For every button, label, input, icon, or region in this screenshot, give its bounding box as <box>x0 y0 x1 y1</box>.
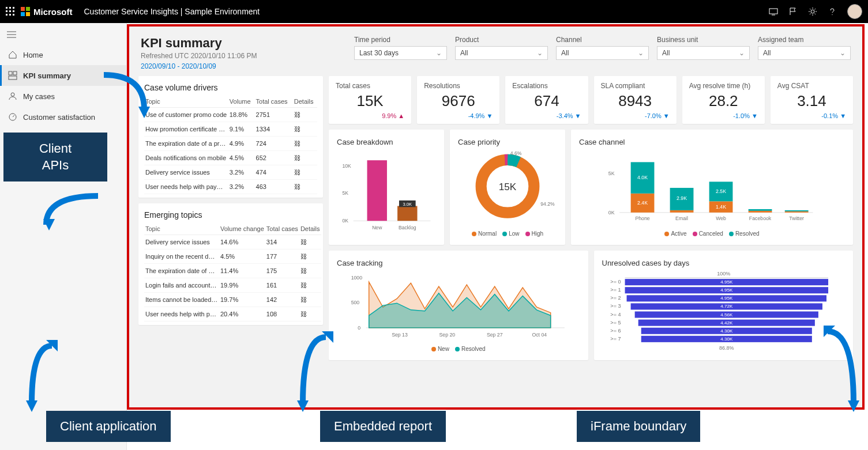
table-row[interactable]: Delivery service issues3.2%474⛓ <box>144 165 317 180</box>
kpi-card[interactable]: Avg CSAT 3.14 -0.1% ▼ <box>771 76 853 124</box>
svg-text:Sep 27: Sep 27 <box>487 332 503 338</box>
svg-text:>= 0: >= 0 <box>610 279 621 285</box>
priority-card: Case priority 15K 94.2% 4.6% NormalLowHi… <box>450 130 565 245</box>
svg-text:0: 0 <box>358 325 360 331</box>
table-row[interactable]: Inquiry on the recent d…4.5%177⛓ <box>144 249 321 264</box>
kpi-card[interactable]: Total cases 15K 9.9% ▲ <box>329 76 411 124</box>
svg-text:Web: Web <box>716 215 726 221</box>
svg-rect-51 <box>749 211 772 213</box>
waffle-icon[interactable] <box>6 7 15 16</box>
table-row[interactable]: Items cannot be loaded…19.7%142⛓ <box>144 293 321 307</box>
kpi-card[interactable]: SLA compliant 8943 -7.0% ▼ <box>594 76 677 124</box>
svg-rect-7 <box>9 14 11 16</box>
kpi-card[interactable]: Escalations 674 -3.4% ▼ <box>505 76 588 124</box>
drivers-table[interactable]: TopicVolumeTotal casesDetailsUse of cust… <box>144 96 317 194</box>
annotation-client-apis: ClientAPIs <box>3 133 107 181</box>
unresolved-chart[interactable]: 100% >= 0>= 1>= 2>= 3>= 4>= 5>= 6>= 7 4.… <box>602 271 846 352</box>
kpi-card[interactable]: Avg resolve time (h) 28.2 -1.0% ▼ <box>682 76 765 124</box>
kpi-delta: -7.0% ▼ <box>601 112 670 119</box>
avatar[interactable] <box>847 4 862 19</box>
sidebar-item-label: KPI summary <box>23 71 71 80</box>
link-icon[interactable]: ⛓ <box>299 249 321 264</box>
chevron-down-icon: ⌄ <box>840 49 846 57</box>
svg-rect-13 <box>769 9 777 14</box>
col-header[interactable]: Topic <box>144 223 219 235</box>
table-row[interactable]: Use of customer promo code18.8%2751⛓ <box>144 108 317 122</box>
table-row[interactable]: User needs help with payment is…3.2%463⛓ <box>144 180 317 194</box>
kpi-delta: -0.1% ▼ <box>777 112 846 119</box>
link-icon[interactable]: ⛓ <box>299 264 321 278</box>
filter-select[interactable]: All⌄ <box>556 46 649 60</box>
svg-text:5K: 5K <box>608 171 615 176</box>
svg-text:100%: 100% <box>717 271 730 277</box>
flag-icon[interactable] <box>788 7 798 16</box>
chevron-down-icon: ⌄ <box>436 49 442 57</box>
sidebar-item-kpi[interactable]: KPI summary <box>0 65 126 86</box>
col-header[interactable]: Total cases <box>265 223 299 235</box>
svg-text:>= 2: >= 2 <box>610 295 621 301</box>
filter-channel: Channel All⌄ <box>556 36 649 70</box>
link-icon[interactable]: ⛓ <box>299 307 321 322</box>
sidebar-item-home[interactable]: Home <box>0 44 126 65</box>
table-row[interactable]: Delivery service issues14.6%314⛓ <box>144 235 321 249</box>
table-row[interactable]: The expiration date of a…11.4%175⛓ <box>144 264 321 278</box>
hamburger-icon[interactable] <box>0 27 126 44</box>
ms-logo[interactable]: Microsoft <box>21 7 73 17</box>
breakdown-card: Case breakdown 10K 5K 0K 3.0K New Backlo… <box>329 130 444 245</box>
device-icon[interactable] <box>769 7 778 16</box>
table-row[interactable]: Deals notifications on mobile4.5%652⛓ <box>144 151 317 165</box>
annotation-client-app: Client application <box>46 411 171 442</box>
kpi-value: 9676 <box>424 92 493 110</box>
link-icon[interactable]: ⛓ <box>299 278 321 293</box>
link-icon[interactable]: ⛓ <box>293 108 317 122</box>
gear-icon[interactable] <box>808 7 817 16</box>
emerging-table[interactable]: TopicVolume changeTotal casesDetailsDeli… <box>144 223 321 322</box>
tracking-chart[interactable]: 10005000 Sep 13Sep 20Sep 27Oct 04 <box>337 271 580 343</box>
link-icon[interactable]: ⛓ <box>293 151 317 165</box>
col-header[interactable]: Topic <box>144 96 228 108</box>
priority-chart[interactable]: 15K 94.2% 4.6% <box>458 150 557 228</box>
chevron-down-icon: ⌄ <box>638 49 644 57</box>
filter-select[interactable]: Last 30 days⌄ <box>354 46 447 60</box>
link-icon[interactable]: ⛓ <box>299 235 321 249</box>
report-refreshed: Refreshed UTC 2020/10/10 11:06 PM <box>141 52 343 60</box>
col-header[interactable]: Details <box>293 96 317 108</box>
col-header[interactable]: Details <box>299 223 321 235</box>
filter-select[interactable]: All⌄ <box>657 46 750 60</box>
link-icon[interactable]: ⛓ <box>293 180 317 194</box>
filter-select[interactable]: All⌄ <box>758 46 851 60</box>
kpi-value: 8943 <box>601 92 670 110</box>
svg-rect-17 <box>9 76 17 80</box>
table-row[interactable]: User needs help with p…20.4%108⛓ <box>144 307 321 322</box>
link-icon[interactable]: ⛓ <box>293 165 317 180</box>
breakdown-chart[interactable]: 10K 5K 0K 3.0K New Backlog <box>337 150 436 237</box>
svg-text:>= 3: >= 3 <box>610 303 621 309</box>
svg-text:4.42K: 4.42K <box>720 320 733 326</box>
kpi-label: Escalations <box>512 82 581 90</box>
filter-select[interactable]: All⌄ <box>455 46 548 60</box>
sidebar-item-mycases[interactable]: My cases <box>0 86 126 107</box>
svg-rect-55 <box>785 210 809 211</box>
svg-text:>= 5: >= 5 <box>610 320 621 326</box>
tracking-card: Case tracking 10005000 Sep 13Sep 20Sep 2… <box>329 251 588 360</box>
topbar: Microsoft Customer Service Insights | Sa… <box>0 0 868 23</box>
table-row[interactable]: Login fails and account …19.9%161⛓ <box>144 278 321 293</box>
channel-chart[interactable]: 5K0K 2.4K4.0KPhone 2.9KEmail 1.4K2.5KWeb… <box>579 150 845 228</box>
kpi-delta: -3.4% ▼ <box>512 112 581 119</box>
sidebar-item-csat[interactable]: Customer satisfaction <box>0 107 126 127</box>
link-icon[interactable]: ⛓ <box>299 293 321 307</box>
table-row[interactable]: How promotion certificate works…9.1%1334… <box>144 122 317 137</box>
sidebar-item-label: Home <box>23 51 43 59</box>
kpi-card[interactable]: Resolutions 9676 -4.9% ▼ <box>417 76 499 124</box>
col-header[interactable]: Total cases <box>255 96 293 108</box>
svg-text:2.5K: 2.5K <box>716 188 726 194</box>
kpi-delta: -4.9% ▼ <box>424 112 493 119</box>
col-header[interactable]: Volume change <box>219 223 265 235</box>
link-icon[interactable]: ⛓ <box>293 137 317 151</box>
svg-text:3.0K: 3.0K <box>403 202 412 207</box>
link-icon[interactable]: ⛓ <box>293 122 317 137</box>
svg-text:4.95K: 4.95K <box>720 288 733 293</box>
help-icon[interactable] <box>828 7 837 16</box>
col-header[interactable]: Volume <box>228 96 255 108</box>
table-row[interactable]: The expiration date of a promoti…4.9%724… <box>144 137 317 151</box>
